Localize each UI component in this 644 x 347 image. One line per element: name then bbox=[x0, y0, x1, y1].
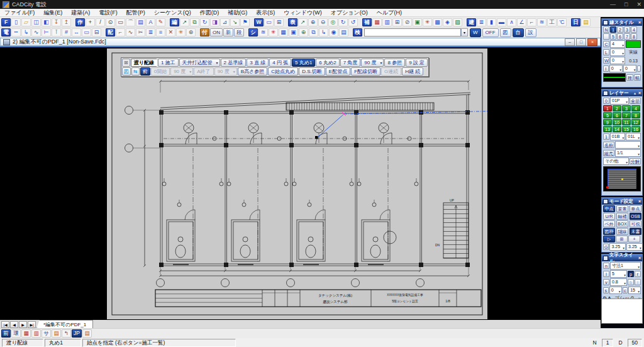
text-bold-button[interactable]: b bbox=[628, 279, 634, 285]
menu-item[interactable]: 作図(D) bbox=[196, 9, 224, 17]
steel-icon[interactable]: 工 bbox=[547, 18, 557, 26]
layer-2-button[interactable]: 2 bbox=[613, 105, 621, 111]
memo-icon[interactable]: ▤ bbox=[581, 18, 591, 26]
doc-icon[interactable]: ▤ bbox=[339, 28, 348, 37]
fixture-icon[interactable]: ⌐ bbox=[527, 18, 536, 26]
linewidth-value[interactable]: 0 bbox=[610, 57, 625, 64]
layer-scale-select[interactable]: 1/1 bbox=[615, 149, 641, 157]
layer-11-button[interactable]: 11 bbox=[622, 119, 631, 125]
mode-vector-button[interactable]: ベ外 bbox=[603, 220, 615, 227]
grid-mode-button[interactable]: ⊞ bbox=[616, 236, 628, 242]
pipe-point-button[interactable]: E配管点 bbox=[326, 67, 350, 76]
grid-pitch-x[interactable]: 3.25 bbox=[609, 243, 626, 251]
close-icon[interactable]: × bbox=[638, 199, 641, 203]
menu-item[interactable]: 電設(F) bbox=[94, 9, 122, 17]
layer-1-button[interactable]: 1 bbox=[603, 105, 612, 111]
columns-icon-button[interactable]: ▥ bbox=[31, 329, 41, 338]
snap-icon[interactable]: ✳ bbox=[423, 18, 432, 26]
menu-item[interactable]: 編集(E) bbox=[39, 9, 67, 17]
window-group-tile[interactable]: W bbox=[254, 18, 264, 26]
pen-8-button[interactable]: 8 bbox=[631, 33, 637, 40]
edit-group-tile[interactable]: 編 bbox=[170, 18, 179, 26]
settings-button[interactable]: 9 設 定 bbox=[406, 59, 428, 67]
trim-icon[interactable]: ⊿ bbox=[220, 18, 230, 26]
fire-icon[interactable]: ✳ bbox=[269, 28, 278, 37]
pen-blank-button[interactable] bbox=[603, 33, 609, 40]
interval-value-2[interactable]: 0 bbox=[623, 65, 636, 72]
doc-minimize-icon[interactable]: – bbox=[565, 38, 575, 46]
wire-cut-button[interactable]: F配線切断 bbox=[351, 67, 380, 76]
start-angle-button[interactable]: 0開始 bbox=[151, 67, 170, 76]
maximize-icon[interactable]: □ bbox=[625, 1, 628, 8]
sheet-nav-button[interactable]: ◀ bbox=[10, 321, 18, 328]
zoom-fit-icon[interactable]: ◎ bbox=[328, 18, 338, 26]
menu-item[interactable]: ヘルプ(H) bbox=[372, 9, 406, 17]
menu-item[interactable]: ファイル(F) bbox=[0, 9, 39, 17]
text-name-button[interactable]: n bbox=[603, 263, 609, 269]
search-group-tile[interactable]: 検 bbox=[353, 28, 362, 37]
interval-extra-button[interactable] bbox=[637, 65, 641, 72]
grid-icon[interactable]: ▦ bbox=[372, 18, 382, 26]
angle-select[interactable]: 90 度 bbox=[361, 59, 384, 67]
note-group-tile[interactable]: 日 bbox=[571, 18, 580, 26]
text-slant-button[interactable]: s bbox=[603, 287, 609, 293]
mode-midpoint-button[interactable]: 中点 bbox=[603, 205, 615, 212]
image-icon[interactable]: ▣ bbox=[413, 18, 422, 26]
arc-icon[interactable]: ⌒ bbox=[126, 18, 135, 26]
mode-hiddenline-button[interactable]: 隠線 bbox=[616, 228, 628, 235]
color-value[interactable]: 4 bbox=[610, 40, 625, 48]
beam-icon[interactable]: ▬ bbox=[497, 18, 506, 26]
dup-icon[interactable]: ⧉ bbox=[309, 28, 318, 37]
attr-group-tile[interactable]: 付 bbox=[200, 28, 209, 37]
pen-n-button[interactable]: N bbox=[603, 26, 609, 33]
menu-item[interactable]: 補助(G) bbox=[223, 9, 252, 17]
mode-axis-button[interactable]: 軸補 bbox=[616, 213, 628, 220]
freehand-icon[interactable]: ✎ bbox=[156, 18, 165, 26]
layer-3-button[interactable]: 3 bbox=[622, 105, 631, 111]
color-button[interactable]: C bbox=[603, 41, 609, 47]
sa-button[interactable]: サ bbox=[42, 329, 51, 338]
flag-icon[interactable]: ⚑ bbox=[240, 18, 250, 26]
mode-box-button[interactable]: BOX bbox=[616, 220, 628, 227]
swap-direction-button[interactable]: ⇆ bbox=[131, 67, 140, 76]
pen-6-button[interactable]: 6 bbox=[617, 33, 623, 40]
rack-icon[interactable]: ≣ bbox=[146, 28, 155, 37]
setting-button[interactable]: 設 bbox=[525, 28, 536, 37]
search-dropdown-icon[interactable]: ▾ bbox=[461, 28, 468, 37]
panel-icon[interactable]: ⊟ bbox=[92, 28, 101, 37]
layer-name-select[interactable] bbox=[615, 141, 641, 149]
front-button[interactable]: 前 bbox=[140, 67, 150, 76]
menu-item[interactable]: 建築(A) bbox=[67, 9, 94, 17]
jp-button[interactable]: JP bbox=[72, 329, 82, 338]
pole-icon[interactable]: ⊢ bbox=[42, 28, 51, 37]
cross-mode-button[interactable]: + bbox=[628, 236, 640, 242]
decompose-button[interactable]: 分解 bbox=[630, 158, 641, 164]
height-ref-button[interactable]: B高さ参照 bbox=[238, 67, 268, 76]
doc-maximize-icon[interactable]: □ bbox=[576, 38, 586, 46]
zu-button[interactable]: 図 bbox=[500, 28, 511, 37]
linetype-value[interactable]: 0 bbox=[610, 48, 625, 56]
arc-mode-button[interactable]: 4 円 弧 bbox=[269, 59, 291, 67]
baseline-button[interactable]: 2 基準線 bbox=[221, 59, 247, 67]
search-input[interactable] bbox=[364, 28, 461, 37]
layer-7-button[interactable]: 7 bbox=[622, 112, 631, 118]
duct-icon[interactable]: # bbox=[62, 28, 71, 37]
all-layers-button[interactable]: 全部 bbox=[630, 98, 641, 104]
box-icon[interactable]: ▭ bbox=[82, 28, 91, 37]
corner-icon[interactable]: ↳ bbox=[319, 28, 328, 37]
hatch-icon[interactable]: ▤ bbox=[136, 18, 145, 26]
open-file-icon[interactable]: ▱ bbox=[21, 18, 31, 26]
stair-icon[interactable]: ≋ bbox=[537, 18, 547, 26]
export-icon[interactable]: ↥ bbox=[62, 18, 71, 26]
copy-icon[interactable]: ⧉ bbox=[190, 18, 199, 26]
sheet-nav-button[interactable]: ▶| bbox=[28, 321, 36, 328]
tool-icon[interactable]: ⊛ bbox=[186, 28, 196, 37]
new-attr-button[interactable]: 新 bbox=[223, 28, 233, 37]
text-style-select[interactable]: 寸法1 bbox=[610, 262, 641, 270]
flex-pipe-icon[interactable]: ∿ bbox=[126, 28, 135, 37]
cut-icon[interactable]: ✂ bbox=[136, 28, 145, 37]
line-icon[interactable]: / bbox=[96, 18, 105, 26]
text-width-button[interactable]: v bbox=[603, 279, 609, 285]
page-icon-button[interactable]: ▤ bbox=[52, 329, 61, 338]
end-angle-button[interactable]: A終了 bbox=[194, 67, 213, 76]
